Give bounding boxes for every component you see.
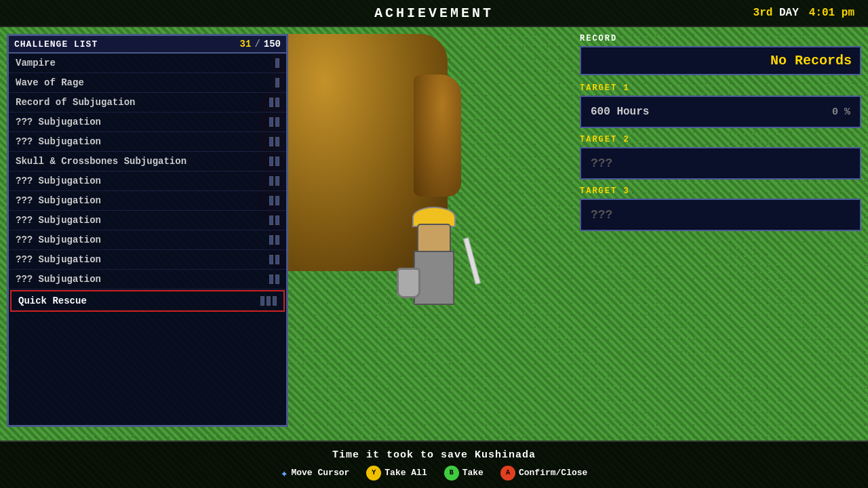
record-header: RECORD [580,34,861,43]
target-section-1: TARGET 1600 Hours0 % [580,83,861,128]
count-current: 31 [240,39,252,49]
control-item-2: BTake [444,466,484,481]
target-header-3: TARGET 3 [580,186,861,196]
challenge-list-item[interactable]: ??? Subjugation [9,250,286,270]
top-bar: ACHIEVEMENT 3rd DAY 4:01 pm [0,0,868,27]
challenge-item-bars [269,98,279,107]
challenge-item-bars [269,274,279,284]
target-section-3: TARGET 3??? [580,186,861,231]
bottom-bar: Time it took to save Kushinada ✦Move Cur… [0,441,868,488]
screen-title: ACHIEVEMENT [374,5,494,21]
target-box-3: ??? [580,199,861,231]
controls-bar: ✦Move CursorYTake AllBTakeAConfirm/Close [281,466,588,481]
challenge-item-bars [269,196,279,205]
button-icon-Y: Y [366,466,381,481]
challenge-item-name: ??? Subjugation [16,215,101,226]
challenge-item-name: ??? Subjugation [16,274,101,285]
challenge-list-item[interactable]: ??? Subjugation [9,230,286,250]
time-label: 4:01 pm [809,7,854,19]
challenge-panel-title: CHALLENGE LIST [14,39,98,49]
count-separator: / [254,39,260,49]
challenge-item-bars [269,117,279,127]
challenge-item-bars [275,78,279,87]
challenge-item-name: Vampire [16,58,56,68]
challenge-item-name: ??? Subjugation [16,117,101,127]
challenge-item-bars [260,296,277,306]
dpad-icon: ✦ [281,466,288,481]
challenge-count: 31 / 150 [240,39,281,49]
challenge-item-bars [269,216,279,225]
challenge-item-name: ??? Subjugation [16,136,101,147]
target-section-2: TARGET 2??? [580,135,861,180]
day-label: 3rd DAY [753,7,799,19]
challenge-list-item[interactable]: ??? Subjugation [9,270,286,289]
challenge-panel: CHALLENGE LIST 31 / 150 VampireWave of R… [7,34,288,427]
control-label-2: Take [462,468,484,478]
challenge-item-name: ??? Subjugation [16,195,101,206]
target-value-1: 600 Hours [591,106,649,118]
challenge-list-item[interactable]: Vampire [9,54,286,73]
target-header-1: TARGET 1 [580,83,861,93]
challenge-item-name: Record of Subjugation [16,97,135,108]
challenge-list-item[interactable]: Wave of Rage [9,73,286,93]
record-box: No Records [580,46,861,75]
challenge-list-item[interactable]: Quick Rescue [10,290,285,312]
challenge-item-name: Wave of Rage [16,77,84,88]
control-label-0: Move Cursor [291,468,349,478]
challenge-item-name: Quick Rescue [18,296,87,306]
day-time-display: 3rd DAY 4:01 pm [753,7,854,19]
character-sprite [393,203,475,305]
record-panel: RECORD No Records TARGET 1600 Hours0 %TA… [580,34,861,238]
challenge-item-bars [275,58,279,68]
control-item-1: YTake All [366,466,427,481]
challenge-item-bars [269,235,279,245]
challenge-item-bars [269,176,279,186]
control-item-0: ✦Move Cursor [281,466,350,481]
challenge-list-item[interactable]: ??? Subjugation [9,211,286,230]
challenge-description: Time it took to save Kushinada [332,449,536,461]
challenge-item-name: ??? Subjugation [16,254,101,265]
challenge-panel-header: CHALLENGE LIST 31 / 150 [9,36,286,54]
control-label-3: Confirm/Close [519,468,587,478]
challenge-list: VampireWave of RageRecord of Subjugation… [9,54,286,419]
target-unknown-2: ??? [591,157,612,170]
count-total: 150 [264,39,281,49]
control-item-3: AConfirm/Close [500,466,587,481]
button-icon-B: B [444,466,459,481]
challenge-list-item[interactable]: ??? Subjugation [9,171,286,191]
challenge-item-name: ??? Subjugation [16,235,101,245]
challenge-item-name: ??? Subjugation [16,176,101,186]
control-label-1: Take All [384,468,427,478]
challenge-list-item[interactable]: ??? Subjugation [9,191,286,211]
challenge-list-item[interactable]: ??? Subjugation [9,132,286,152]
record-value: No Records [770,53,852,68]
challenge-list-item[interactable]: Record of Subjugation [9,93,286,113]
target-box-2: ??? [580,147,861,180]
challenge-list-item[interactable]: ??? Subjugation [9,113,286,132]
target-header-2: TARGET 2 [580,135,861,144]
challenge-item-bars [269,157,279,166]
challenge-item-bars [269,137,279,146]
targets-container: TARGET 1600 Hours0 %TARGET 2???TARGET 3?… [580,83,861,231]
target-unknown-3: ??? [591,208,612,222]
target-box-1: 600 Hours0 % [580,96,861,128]
button-icon-A: A [500,466,515,481]
challenge-item-name: Skull & Crossbones Subjugation [16,156,186,167]
challenge-list-item[interactable]: Skull & Crossbones Subjugation [9,152,286,171]
target-percent-1: 0 % [832,106,850,118]
challenge-item-bars [269,255,279,264]
